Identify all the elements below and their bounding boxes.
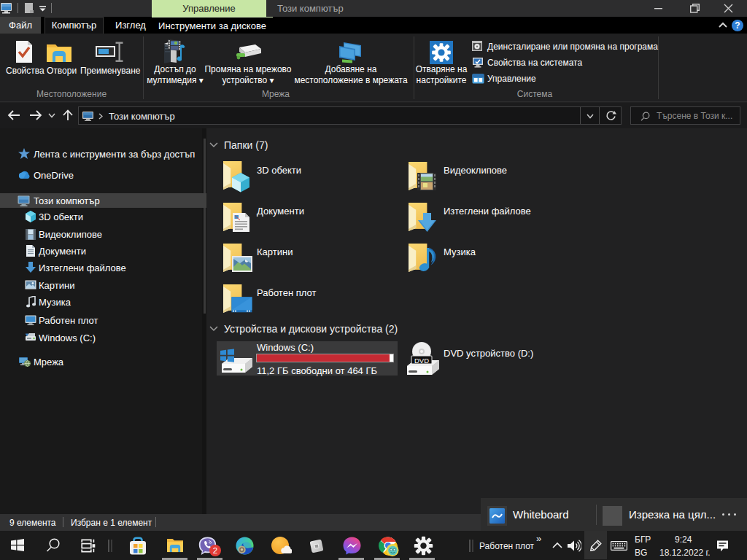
- svg-text:DVD: DVD: [414, 357, 429, 365]
- svg-text:2: 2: [213, 546, 217, 555]
